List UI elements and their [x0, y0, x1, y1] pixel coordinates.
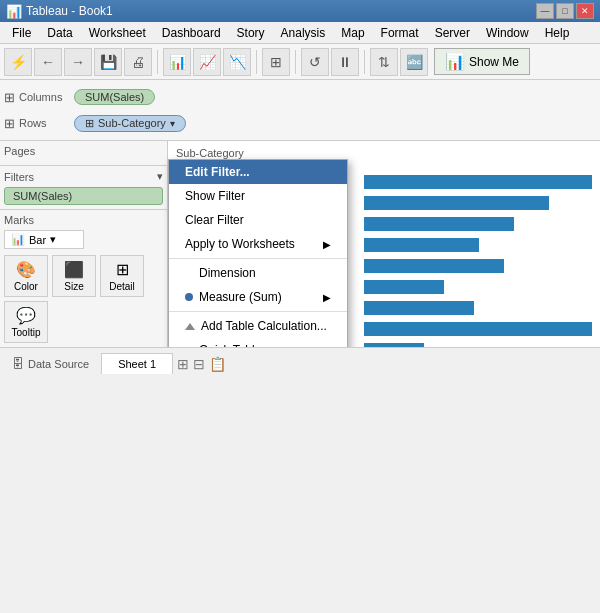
columns-label: ⊞ Columns [4, 90, 74, 105]
menu-data[interactable]: Data [39, 24, 80, 42]
context-clear-filter[interactable]: Clear Filter [169, 208, 347, 232]
datasource-tab[interactable]: 🗄 Data Source [0, 353, 101, 375]
filters-section: Filters ▾ SUM(Sales) [0, 166, 167, 210]
rows-grid-icon: ⊞ [4, 116, 15, 131]
measure-sum-arrow: ▶ [323, 292, 331, 303]
menu-story[interactable]: Story [229, 24, 273, 42]
menu-dashboard[interactable]: Dashboard [154, 24, 229, 42]
bar-fill-6 [364, 301, 474, 315]
toolbar-labels[interactable]: 🔤 [400, 48, 428, 76]
tooltip-button[interactable]: 💬 Tooltip [4, 301, 48, 343]
new-dashboard-icon[interactable]: ⊟ [193, 356, 205, 372]
maximize-button[interactable]: □ [556, 3, 574, 19]
status-bar: 🗄 Data Source Sheet 1 ⊞ ⊟ 📋 [0, 347, 600, 379]
bar-row-7 [364, 320, 592, 338]
bar-fill-0 [364, 175, 592, 189]
sep2 [256, 50, 257, 74]
filter-pill[interactable]: SUM(Sales) [4, 187, 163, 205]
menu-map[interactable]: Map [333, 24, 372, 42]
color-button[interactable]: 🎨 Color [4, 255, 48, 297]
bar-row-8 [364, 341, 592, 347]
new-story-icon[interactable]: 📋 [209, 356, 226, 372]
toolbar-forward[interactable]: → [64, 48, 92, 76]
window-title: Tableau - Book1 [26, 4, 536, 18]
marks-buttons: 🎨 Color ⬛ Size ⊞ Detail 💬 Tooltip [4, 255, 163, 343]
menu-server[interactable]: Server [427, 24, 478, 42]
toolbar-filter[interactable]: ⊞ [262, 48, 290, 76]
measure-sum-label: Measure (Sum) [199, 290, 282, 304]
marks-type-label: Bar [29, 234, 46, 246]
pages-section: Pages [0, 141, 167, 166]
bar-row-0 [364, 173, 592, 191]
context-apply-worksheets[interactable]: Apply to Worksheets ▶ [169, 232, 347, 256]
rows-dropdown-arrow[interactable]: ▾ [170, 118, 175, 129]
marks-section: Marks 📊 Bar ▾ 🎨 Color ⬛ Size ⊞ Detail [0, 210, 167, 347]
pages-title: Pages [4, 145, 163, 157]
context-add-table-calc[interactable]: Add Table Calculation... [169, 314, 347, 338]
measure-radio-icon [185, 293, 193, 301]
menu-analysis[interactable]: Analysis [273, 24, 334, 42]
marks-type-selector[interactable]: 📊 Bar ▾ [4, 230, 84, 249]
size-button[interactable]: ⬛ Size [52, 255, 96, 297]
edit-filter-label: Edit Filter... [185, 165, 250, 179]
show-me-button[interactable]: 📊 Show Me [434, 48, 530, 75]
datasource-label: Data Source [28, 358, 89, 370]
apply-worksheets-label: Apply to Worksheets [185, 237, 295, 251]
shelf-area: ⊞ Columns SUM(Sales) ⊞ Rows ⊞ Sub-Catego… [0, 80, 600, 141]
separator-2 [169, 311, 347, 312]
bar-row-1 [364, 194, 592, 212]
context-menu: Edit Filter... Show Filter Clear Filter … [168, 159, 348, 347]
show-me-icon: 📊 [445, 52, 465, 71]
toolbar-chart2[interactable]: 📈 [193, 48, 221, 76]
toolbar-new[interactable]: ⚡ [4, 48, 32, 76]
context-show-filter[interactable]: Show Filter [169, 184, 347, 208]
sep1 [157, 50, 158, 74]
filters-dropdown-icon[interactable]: ▾ [157, 170, 163, 183]
close-button[interactable]: ✕ [576, 3, 594, 19]
bar-fill-3 [364, 238, 479, 252]
bar-fill-1 [364, 196, 549, 210]
new-sheet-icon[interactable]: ⊞ [177, 356, 189, 372]
size-icon: ⬛ [64, 260, 84, 279]
context-dimension[interactable]: Dimension [169, 261, 347, 285]
title-bar: 📊 Tableau - Book1 — □ ✕ [0, 0, 600, 22]
toolbar-chart3[interactable]: 📉 [223, 48, 251, 76]
toolbar-print[interactable]: 🖨 [124, 48, 152, 76]
rows-shelf: ⊞ Rows ⊞ Sub-Category ▾ [0, 110, 600, 136]
apply-worksheets-arrow: ▶ [323, 239, 331, 250]
sep4 [364, 50, 365, 74]
sheet1-tab[interactable]: Sheet 1 [101, 353, 173, 374]
bar-fill-7 [364, 322, 592, 336]
toolbar-chart1[interactable]: 📊 [163, 48, 191, 76]
dimension-label: Dimension [199, 266, 256, 280]
bar-fill-5 [364, 280, 444, 294]
bar-chart: $0 $50,000 $100,000 $150,000 $200,000 Sa… [360, 165, 596, 327]
context-edit-filter[interactable]: Edit Filter... [169, 160, 347, 184]
sheet1-label: Sheet 1 [118, 358, 156, 370]
context-quick-table-calc[interactable]: Quick Table Calculation ▶ [169, 338, 347, 347]
menu-help[interactable]: Help [537, 24, 578, 42]
toolbar-back[interactable]: ← [34, 48, 62, 76]
menu-format[interactable]: Format [373, 24, 427, 42]
rows-hash-icon: ⊞ [85, 117, 94, 130]
bar-row-6 [364, 299, 592, 317]
context-measure-sum[interactable]: Measure (Sum) ▶ [169, 285, 347, 309]
menu-window[interactable]: Window [478, 24, 537, 42]
toolbar-refresh[interactable]: ↺ [301, 48, 329, 76]
toolbar-pause[interactable]: ⏸ [331, 48, 359, 76]
menu-bar: File Data Worksheet Dashboard Story Anal… [0, 22, 600, 44]
separator-1 [169, 258, 347, 259]
add-table-calc-label: Add Table Calculation... [201, 319, 327, 333]
minimize-button[interactable]: — [536, 3, 554, 19]
quick-table-calc-label: Quick Table Calculation [199, 343, 323, 347]
left-panel: Pages Filters ▾ SUM(Sales) Marks 📊 Bar ▾… [0, 141, 168, 347]
sep3 [295, 50, 296, 74]
columns-shelf: ⊞ Columns SUM(Sales) [0, 84, 600, 110]
toolbar-save[interactable]: 💾 [94, 48, 122, 76]
detail-button[interactable]: ⊞ Detail [100, 255, 144, 297]
rows-pill[interactable]: ⊞ Sub-Category ▾ [74, 115, 186, 132]
menu-file[interactable]: File [4, 24, 39, 42]
menu-worksheet[interactable]: Worksheet [81, 24, 154, 42]
columns-pill[interactable]: SUM(Sales) [74, 89, 155, 105]
toolbar-sort[interactable]: ⇅ [370, 48, 398, 76]
